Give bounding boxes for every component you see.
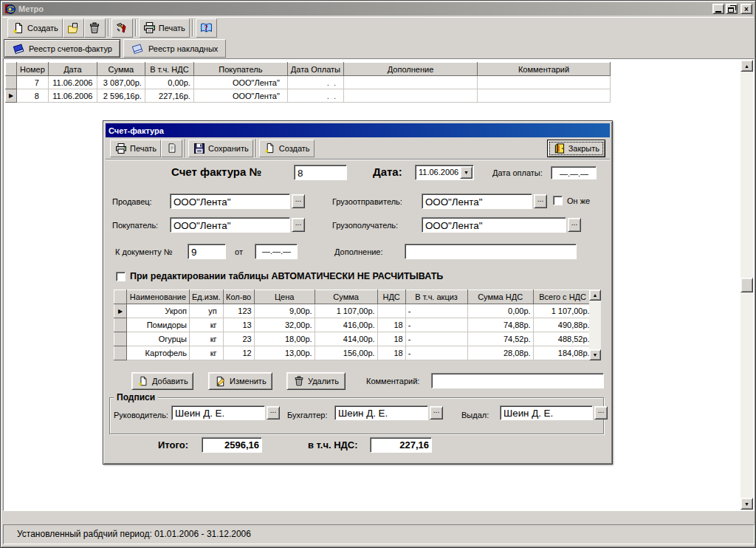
addition-input[interactable] [405, 244, 577, 259]
cell-buyer[interactable]: ООО"Лента" [193, 76, 287, 89]
seller-lookup-button[interactable]: ... [292, 194, 305, 208]
restore-button[interactable] [726, 4, 738, 14]
help-button[interactable]: ? [196, 18, 217, 38]
col-comment[interactable]: Комментарий [478, 63, 611, 76]
cell-item-qty[interactable]: 13 [223, 318, 254, 332]
scroll-down-button[interactable]: ▼ [740, 498, 753, 510]
cell-item-vat[interactable] [377, 304, 405, 318]
cell-item-unit[interactable]: кг [190, 332, 224, 346]
cell-item-price[interactable]: 32,00р. [254, 318, 315, 332]
comment-input[interactable] [431, 373, 604, 388]
col-buyer[interactable]: Покупатель [193, 63, 287, 76]
seller-input[interactable] [170, 193, 290, 209]
buyer-lookup-button[interactable]: ... [292, 218, 305, 232]
cell-buyer[interactable]: ООО"Лента" [193, 89, 287, 103]
cell-comment[interactable] [478, 76, 611, 89]
col-item-total[interactable]: Всего с НДС [533, 290, 592, 304]
col-item-vat[interactable]: НДС [377, 290, 405, 304]
cell-item-name[interactable]: Помидоры [127, 318, 190, 332]
close-button[interactable]: × [740, 4, 752, 14]
cell-item-excise[interactable]: - [405, 304, 467, 318]
cell-item-qty[interactable]: 123 [223, 304, 254, 318]
settings-tools-button[interactable] [111, 18, 133, 38]
cell-item-sum[interactable]: 414,00р. [315, 332, 377, 346]
cell-item-total[interactable]: 184,08р. [533, 346, 592, 360]
col-item-sum[interactable]: Сумма [315, 290, 377, 304]
cell-vat[interactable]: 227,16р. [145, 89, 193, 103]
col-item-name[interactable]: Наименование [127, 290, 190, 304]
date-combobox[interactable]: 11.06.2006 ▼ [415, 165, 474, 180]
col-item-price[interactable]: Цена [254, 290, 315, 304]
cell-item-excise[interactable]: - [405, 318, 467, 332]
cell-item-vat-sum[interactable]: 0,00р. [467, 304, 533, 318]
col-number[interactable]: Номер [17, 63, 49, 76]
cell-item-unit[interactable]: кг [190, 318, 224, 332]
col-sum[interactable]: Сумма [97, 63, 145, 76]
table-row[interactable]: ▶ Укроп уп 123 9,00р. 1 107,00р. - 0,00р… [114, 304, 593, 318]
col-pay-date[interactable]: Дата Оплаты [287, 63, 343, 76]
scrollbar-thumb[interactable] [740, 278, 753, 292]
cell-date[interactable]: 11.06.2006 [48, 89, 97, 103]
consignee-lookup-button[interactable]: ... [568, 218, 581, 232]
consignee-input[interactable] [422, 217, 566, 233]
scroll-up-button[interactable]: ▲ [740, 60, 753, 72]
document-number-input[interactable] [188, 244, 226, 259]
pay-date-input[interactable]: —.—.— [551, 166, 597, 179]
issuer-lookup-button[interactable]: ... [594, 406, 608, 419]
cell-item-sum[interactable]: 1 107,00р. [315, 304, 377, 318]
content-vertical-scrollbar[interactable]: ▲ ▼ [740, 60, 753, 510]
table-row[interactable]: ▶ 8 11.06.2006 2 596,16р. 227,16р. ООО"Л… [6, 89, 611, 103]
cell-item-qty[interactable]: 23 [223, 332, 254, 346]
cell-item-total[interactable]: 488,52р. [533, 332, 592, 346]
cell-item-vat[interactable]: 18 [377, 346, 405, 360]
cell-pay-date[interactable]: . . [287, 76, 343, 89]
table-row[interactable]: Помидоры кг 13 32,00р. 416,00р. 18 - 74,… [114, 318, 593, 332]
cell-item-vat[interactable]: 18 [377, 318, 405, 332]
row-selector-current[interactable]: ▶ [114, 304, 127, 318]
cell-addition[interactable] [344, 89, 478, 103]
cell-item-unit[interactable]: кг [190, 346, 224, 360]
row-selector[interactable] [114, 346, 127, 360]
delete-document-button[interactable] [84, 18, 106, 38]
add-item-button[interactable]: Добавить [131, 372, 193, 390]
invoice-number-input[interactable] [294, 165, 347, 180]
cell-item-vat-sum[interactable]: 74,88р. [467, 318, 533, 332]
cell-item-total[interactable]: 490,88р. [533, 318, 592, 332]
chevron-down-icon[interactable]: ▼ [460, 166, 472, 179]
shipper-lookup-button[interactable]: ... [534, 194, 547, 208]
tab-waybills-registry[interactable]: Реестр накладных [123, 39, 226, 58]
cell-item-excise[interactable]: - [405, 332, 467, 346]
cell-item-price[interactable]: 13,00р. [254, 346, 315, 360]
col-item-excise[interactable]: В т.ч. акциз [405, 290, 467, 304]
items-scroll-up-button[interactable]: ▲ [589, 290, 601, 301]
no-autocalc-checkbox[interactable] [116, 272, 126, 281]
delete-item-button[interactable]: Удалить [286, 372, 346, 390]
cell-vat[interactable]: 0,00р. [145, 76, 193, 89]
cell-date[interactable]: 11.06.2006 [48, 76, 97, 89]
document-date-input[interactable]: —.—.— [255, 244, 298, 259]
accountant-lookup-button[interactable]: ... [430, 406, 443, 419]
row-selector[interactable] [114, 318, 127, 332]
head-input[interactable] [171, 405, 265, 420]
col-item-vat-sum[interactable]: Сумма НДС [467, 290, 533, 304]
cell-item-price[interactable]: 18,00р. [254, 332, 315, 346]
edit-item-button[interactable]: Изменить [208, 372, 272, 390]
same-as-seller-checkbox[interactable] [553, 196, 563, 205]
cell-item-price[interactable]: 9,00р. [254, 304, 315, 318]
head-lookup-button[interactable]: ... [267, 406, 280, 419]
items-scroll-down-button[interactable]: ▼ [589, 349, 601, 360]
row-selector[interactable] [114, 332, 127, 346]
table-row[interactable]: Картофель кг 12 13,00р. 156,00р. 18 - 28… [114, 346, 593, 360]
print-button[interactable]: Печать [139, 18, 190, 38]
cell-sum[interactable]: 3 087,00р. [97, 76, 145, 89]
cell-item-vat-sum[interactable]: 28,08р. [467, 346, 533, 360]
col-date[interactable]: Дата [48, 63, 97, 76]
col-addition[interactable]: Дополнение [344, 63, 478, 76]
col-item-unit[interactable]: Ед.изм. [190, 290, 224, 304]
cell-item-excise[interactable]: - [405, 346, 467, 360]
cell-item-vat-sum[interactable]: 74,52р. [467, 332, 533, 346]
col-vat[interactable]: В т.ч. НДС [145, 63, 193, 76]
cell-item-vat[interactable]: 18 [377, 332, 405, 346]
cell-sum[interactable]: 2 596,16р. [97, 89, 145, 103]
col-item-qty[interactable]: Кол-во [223, 290, 254, 304]
